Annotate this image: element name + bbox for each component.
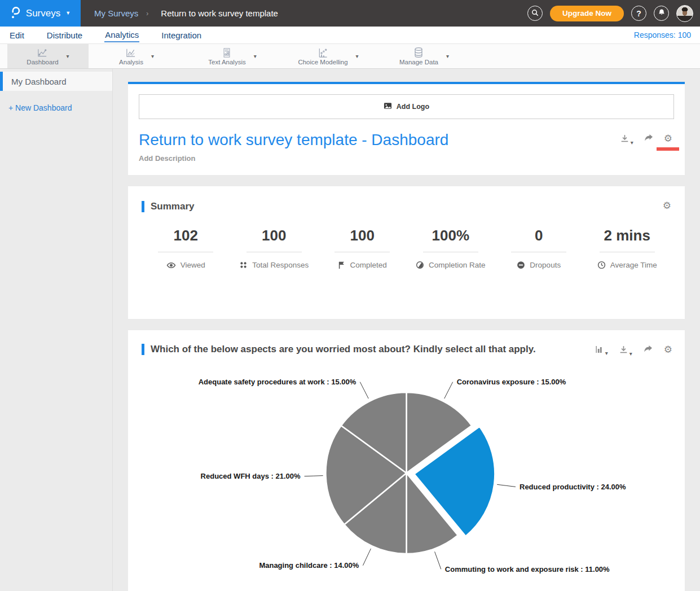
download-icon — [619, 345, 628, 357]
analytics-toolbar: Dashboard ▾ Analysis ▾ Text Analysis ▾ C… — [0, 43, 700, 69]
stat-label: Completed — [350, 261, 387, 269]
database-icon — [413, 47, 424, 58]
dashboard-title[interactable]: Return to work survey template - Dashboa… — [139, 132, 674, 148]
search-icon — [531, 8, 539, 19]
stat-value: 0 — [495, 227, 583, 244]
sidebar-item-my-dashboard[interactable]: My Dashboard — [0, 72, 112, 91]
pie-label-leader — [497, 484, 516, 487]
survey-nav: EditDistributeAnalyticsIntegration Respo… — [0, 27, 700, 43]
question-header: Which of the below aspects are you worri… — [142, 343, 671, 356]
upgrade-now-button[interactable]: Upgrade Now — [550, 6, 624, 21]
stat-divider — [158, 252, 213, 252]
pie-label-leader — [363, 549, 371, 566]
stat-divider — [334, 252, 390, 252]
stat-divider — [423, 252, 478, 252]
bell-icon — [658, 8, 666, 18]
summary-stats: 102 Viewed 100 Total Responses 100 Compl… — [142, 227, 671, 269]
stat-divider — [511, 252, 566, 252]
summary-stat-average-time: 2 mins Average Time — [583, 227, 672, 269]
chevron-down-icon[interactable]: ▾ — [254, 54, 257, 59]
breadcrumb-my-surveys[interactable]: My Surveys — [94, 8, 138, 18]
stat-label: Dropouts — [530, 261, 561, 269]
responses-count-link[interactable]: Responses: 100 — [634, 30, 691, 40]
summary-stat-completed: 100 Completed — [318, 227, 407, 269]
pie-label-leader — [435, 551, 441, 569]
add-logo-box[interactable]: Add Logo — [139, 94, 674, 119]
half-circle-icon — [416, 261, 424, 269]
pie-label-coronavirus-exposure: Coronavirus exposure : 15.00% — [457, 378, 566, 386]
text-document-icon — [222, 47, 232, 58]
stat-label: Completion Rate — [429, 261, 486, 269]
settings-button[interactable]: ⚙ — [664, 345, 672, 354]
dashboard-actions: ▾ ⚙ — [620, 134, 672, 146]
stat-value: 100 — [230, 227, 319, 244]
share-icon — [644, 134, 654, 145]
chevron-down-icon: ▾ — [605, 351, 608, 356]
toolbar-item-analysis[interactable]: Analysis ▾ — [89, 44, 184, 68]
product-name: Surveys — [26, 8, 60, 19]
grid-dots-icon — [239, 261, 248, 269]
help-button[interactable]: ? — [631, 6, 646, 21]
summary-stat-viewed: 102 Viewed — [142, 227, 230, 269]
nav-tabs: EditDistributeAnalyticsIntegration — [9, 28, 223, 42]
image-icon — [384, 102, 392, 112]
summary-stat-dropouts: 0 Dropouts — [495, 227, 583, 269]
pie-label-reduced-productivity: Reduced productivity : 24.00% — [520, 483, 626, 491]
pie-chart: Coronavirus exposure : 15.00%Reduced pro… — [142, 360, 671, 585]
chevron-down-icon[interactable]: ▾ — [67, 54, 69, 59]
toolbar-item-manage-data[interactable]: Manage Data ▾ — [376, 44, 472, 68]
pie-label-reduced-wfh-days: Reduced WFH days : 21.00% — [201, 472, 301, 480]
stat-value: 2 mins — [583, 227, 672, 244]
add-description-button[interactable]: Add Description — [139, 154, 674, 163]
questionpro-logo-icon — [10, 6, 21, 21]
minus-circle-icon — [517, 261, 525, 269]
flag-icon — [338, 261, 346, 269]
clock-icon — [597, 261, 606, 269]
download-button[interactable]: ▾ — [620, 134, 633, 146]
main-content: Add Logo Return to work survey template … — [113, 69, 700, 591]
summary-settings-button[interactable]: ⚙ — [663, 201, 671, 211]
share-button[interactable] — [643, 345, 653, 356]
pie-label-leader — [305, 476, 323, 476]
stat-divider — [246, 252, 302, 252]
notifications-button[interactable] — [654, 6, 669, 21]
app-logo[interactable]: Surveys ▼ — [0, 0, 81, 27]
topbar-actions: Upgrade Now ? — [527, 0, 693, 27]
nav-tab-distribute[interactable]: Distribute — [46, 29, 83, 42]
nav-tab-analytics[interactable]: Analytics — [104, 28, 139, 42]
download-icon — [620, 134, 629, 146]
nav-tab-edit[interactable]: Edit — [9, 29, 25, 42]
settings-button[interactable]: ⚙ — [664, 134, 672, 143]
chart-type-button[interactable]: ▾ — [595, 345, 608, 356]
new-dashboard-button[interactable]: + New Dashboard — [8, 103, 112, 112]
line-chart-icon — [37, 47, 48, 58]
chevron-down-icon[interactable]: ▾ — [446, 54, 449, 59]
pie-label-leader — [444, 382, 453, 399]
breadcrumb-separator: › — [146, 10, 148, 17]
gear-icon: ⚙ — [664, 345, 672, 354]
download-button[interactable]: ▾ — [619, 345, 632, 357]
chevron-down-icon: ▼ — [65, 11, 71, 16]
summary-stat-total-responses: 100 Total Responses — [230, 227, 319, 269]
topbar: Surveys ▼ My Surveys › Return to work su… — [0, 0, 700, 27]
chevron-down-icon[interactable]: ▾ — [151, 54, 154, 59]
user-avatar[interactable] — [676, 5, 693, 22]
nav-tab-integration[interactable]: Integration — [161, 29, 202, 42]
eye-icon — [166, 261, 176, 269]
stat-label: Total Responses — [252, 261, 309, 269]
toolbar-item-text-analysis[interactable]: Text Analysis ▾ — [184, 44, 280, 68]
toolbar-item-dashboard[interactable]: Dashboard ▾ — [7, 44, 89, 68]
pie-label-managing-childcare: Managing childcare : 14.00% — [259, 561, 359, 570]
stat-label: Average Time — [610, 261, 657, 269]
bar-chart-icon — [595, 345, 604, 356]
scatter-chart-icon — [317, 47, 328, 58]
highlight-underline — [657, 147, 679, 151]
toolbar-item-choice-modelling[interactable]: Choice Modelling ▾ — [280, 44, 376, 68]
share-button[interactable] — [644, 134, 654, 145]
section-accent-bar — [142, 344, 144, 355]
chevron-down-icon[interactable]: ▾ — [356, 54, 359, 59]
section-accent-bar — [142, 201, 144, 212]
breadcrumb-current-page: Return to work survey template — [161, 8, 278, 18]
search-button[interactable] — [527, 6, 543, 21]
dashboard-sidebar: My Dashboard + New Dashboard — [0, 69, 113, 591]
